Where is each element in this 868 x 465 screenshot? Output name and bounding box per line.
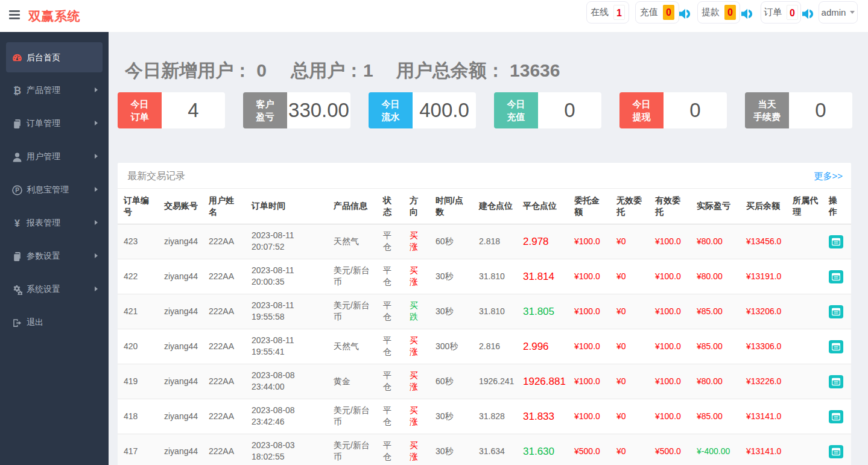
svg-text:P: P	[15, 187, 19, 194]
